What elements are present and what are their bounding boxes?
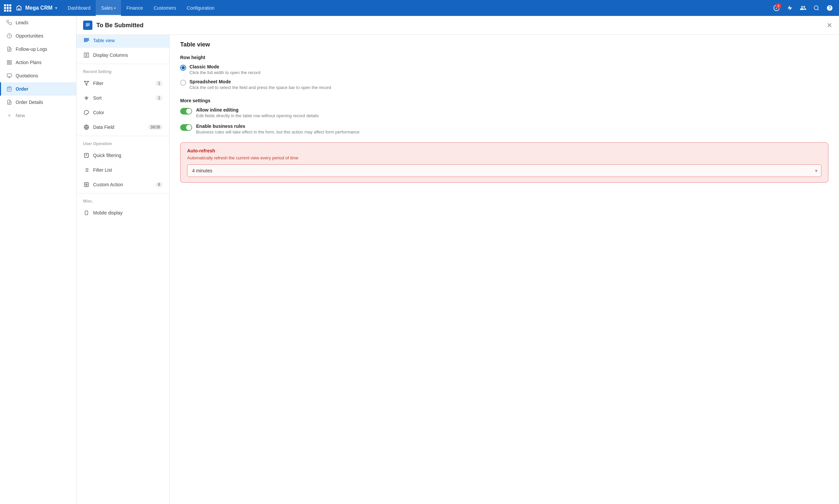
overlay-nav-data-field[interactable]: Data Field 38/38 [76,120,169,134]
sidebar-item-new[interactable]: + New [0,109,76,122]
svg-point-1 [814,6,818,10]
overlay-header: To Be Submitted ✕ [76,16,839,35]
custom-action-badge: 6 [156,182,162,187]
svg-rect-35 [84,183,88,186]
nav-configuration[interactable]: Configuration [182,0,220,16]
business-rules-desc: Business rules will take effect in the f… [196,129,360,134]
overlay-nav-filter[interactable]: Filter 1 [76,76,169,91]
svg-rect-21 [84,53,86,57]
spreadsheet-mode-radio[interactable] [180,80,186,86]
overlay-nav-color[interactable]: Color [76,105,169,120]
inline-editing-toggle[interactable] [180,108,192,114]
filter-list-label: Filter List [93,167,112,173]
overlay-right-panel: Table view Row height Classic Mode Click… [170,33,839,504]
overlay-nav-display-columns[interactable]: Display Columns [76,48,169,62]
quick-filter-icon [83,152,90,159]
lightning-icon[interactable] [785,3,795,13]
auto-refresh-select-wrapper: 1 minute 2 minutes 4 minutes 5 minutes 1… [187,164,821,177]
misc-label: Misc. [76,195,169,205]
svg-rect-9 [7,74,11,77]
nav-finance[interactable]: Finance [121,0,148,16]
phone-icon [6,20,12,25]
classic-mode-option: Classic Mode Click the full width to ope… [180,64,828,75]
business-rules-content: Enable business rules Business rules wil… [196,124,360,134]
overlay-left-nav: Table view Display Columns Record Settin… [76,33,170,504]
topnav: Mega CRM ▾ Dashboard Sales ▾ Finance Cus… [0,0,839,16]
topnav-nav: Dashboard Sales ▾ Finance Customers Conf… [63,0,771,16]
filter-label: Filter [93,81,103,86]
filter-badge: 1 [156,81,162,86]
data-field-icon [83,124,90,130]
sort-label: Sort [93,95,102,101]
nav-sales[interactable]: Sales ▾ [96,0,121,16]
followup-icon [6,46,12,52]
user-operation-label: User Operation [76,138,169,148]
search-icon[interactable] [811,3,822,13]
svg-rect-22 [87,53,89,57]
overlay-header-title: To Be Submitted [97,22,143,29]
action-plans-icon [6,59,12,66]
filter-list-icon [83,167,90,173]
followup-label: Follow-up Logs [16,47,47,52]
overlay-nav-sort[interactable]: Sort 1 [76,91,169,105]
mobile-display-label: Mobile display [93,210,123,215]
overlay-nav-filter-list[interactable]: Filter List [76,163,169,177]
overlay-nav-mobile[interactable]: Mobile display [76,205,169,220]
order-icon [6,86,12,92]
brand-chevron: ▾ [55,6,57,10]
layout: Leads Opportunities Follow-up Logs Actio… [0,16,839,504]
svg-rect-6 [10,60,11,62]
sidebar-item-action-plans[interactable]: Action Plans [0,56,76,69]
auto-refresh-select[interactable]: 1 minute 2 minutes 4 minutes 5 minutes 1… [187,164,821,177]
overlay-nav-table-view[interactable]: Table view [76,33,169,48]
auto-refresh-box: Auto-refresh Automatically refresh the c… [180,142,828,183]
overlay-header-icon [83,21,92,30]
brand-name: Mega CRM [25,5,52,11]
classic-mode-desc: Click the full width to open the record [189,70,260,75]
checkmark-icon[interactable]: 6 [771,3,782,13]
logo-icon [15,4,22,12]
svg-rect-8 [10,63,11,65]
more-settings-label: More settings [180,98,828,103]
help-icon[interactable] [824,3,835,13]
business-rules-row: Enable business rules Business rules wil… [180,124,828,134]
spreadsheet-mode-desc: Click the cell to select the field and p… [189,85,331,90]
sidebar-item-leads[interactable]: Leads [0,16,76,29]
sidebar-item-opportunities[interactable]: Opportunities [0,29,76,42]
business-rules-toggle[interactable] [180,124,192,131]
sidebar-item-quotations[interactable]: Quotations [0,69,76,82]
sidebar-item-order-details[interactable]: Order Details [0,96,76,109]
opportunities-label: Opportunities [16,33,43,38]
order-label: Order [16,86,28,92]
main-content: Order ··· + All To Be Submitted ▾ [76,16,839,504]
nav-dashboard[interactable]: Dashboard [63,0,96,16]
sort-badge: 1 [156,95,162,101]
brand[interactable]: Mega CRM ▾ [4,4,57,12]
classic-mode-radio[interactable] [180,65,186,71]
spreadsheet-mode-label: Spreadsheet Mode [189,79,331,84]
quick-filtering-label: Quick filtering [93,153,121,158]
notification-badge: 6 [776,3,781,8]
more-settings-section: More settings Allow inline editing Edit … [180,98,828,134]
overlay-nav-quick-filtering[interactable]: Quick filtering [76,148,169,163]
svg-marker-23 [84,82,88,85]
sales-chevron: ▾ [114,6,116,10]
auto-refresh-desc: Automatically refresh the current view e… [187,156,821,160]
svg-rect-5 [7,60,9,62]
table-view-icon [83,37,90,44]
nav-customers[interactable]: Customers [148,0,182,16]
mobile-icon [83,210,90,216]
grid-icon [4,4,11,12]
row-height-label: Row height [180,55,828,60]
people-icon[interactable] [798,3,808,13]
spreadsheet-mode-content: Spreadsheet Mode Click the cell to selec… [189,79,331,90]
overlay-nav-custom-action[interactable]: Custom Action 6 [76,177,169,192]
display-columns-label: Display Columns [93,52,128,58]
sidebar-item-order[interactable]: Order [0,82,76,96]
plus-icon: + [6,112,12,119]
sidebar-item-followup[interactable]: Follow-up Logs [0,42,76,56]
data-field-label: Data Field [93,125,114,130]
overlay-close-button[interactable]: ✕ [827,21,832,29]
record-setting-label: Record Setting [76,66,169,76]
inline-editing-row: Allow inline editing Edit fields directl… [180,107,828,118]
